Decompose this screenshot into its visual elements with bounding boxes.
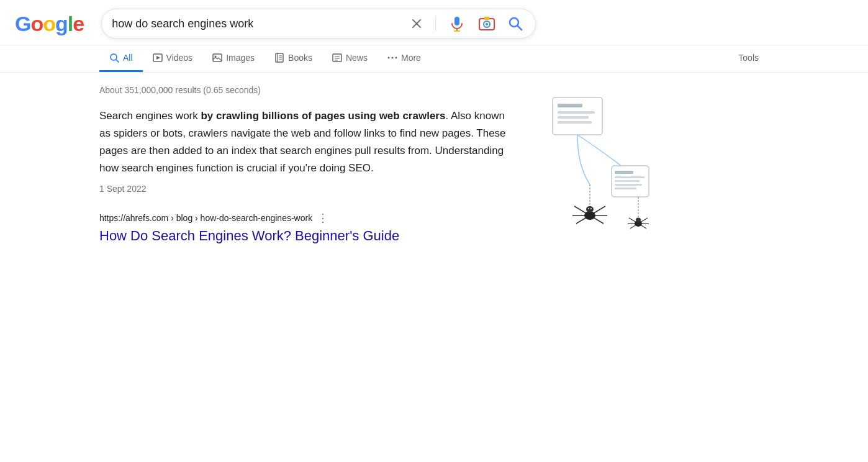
tab-more[interactable]: More	[377, 45, 431, 72]
featured-snippet: Search engines work by crawling billions…	[99, 107, 509, 196]
svg-marker-14	[156, 56, 160, 60]
more-tab-icon	[387, 53, 397, 63]
clear-icon	[410, 17, 423, 30]
result-stats: About 351,000,000 results (0.65 seconds)	[99, 85, 509, 95]
svg-point-49	[590, 208, 592, 209]
logo-letter-e: e	[73, 12, 84, 36]
google-logo[interactable]: Google	[15, 12, 84, 36]
svg-rect-39	[615, 188, 636, 189]
snippet-text-bold: by crawling billions of pages using web …	[201, 110, 445, 122]
search-input[interactable]	[112, 17, 400, 30]
logo-letter-g: G	[15, 12, 30, 36]
svg-point-26	[387, 57, 389, 59]
svg-line-10	[518, 26, 522, 30]
main-content: About 351,000,000 results (0.65 seconds)…	[0, 73, 868, 265]
svg-rect-31	[558, 111, 595, 114]
logo-letter-l: l	[68, 12, 73, 36]
result-url: https://ahrefs.com › blog › how-do-searc…	[99, 213, 312, 223]
search-icon	[508, 16, 523, 31]
tab-videos[interactable]: Videos	[143, 45, 203, 72]
svg-point-28	[395, 57, 397, 59]
svg-rect-37	[615, 180, 640, 182]
spider-crawler-illustration	[540, 91, 652, 265]
right-panel	[534, 85, 658, 265]
books-tab-icon	[274, 53, 284, 63]
lens-button[interactable]	[476, 12, 498, 35]
mic-icon	[448, 15, 466, 32]
snippet-text: Search engines work by crawling billions…	[99, 107, 509, 177]
tab-all[interactable]: All	[99, 45, 143, 72]
svg-rect-36	[615, 176, 644, 178]
results-column: About 351,000,000 results (0.65 seconds)…	[99, 85, 509, 265]
svg-rect-2	[454, 17, 459, 25]
logo-letter-g2: g	[55, 12, 68, 36]
header: Google	[0, 0, 868, 45]
tab-more-label: More	[401, 53, 421, 63]
tab-books[interactable]: Books	[264, 45, 322, 72]
tab-news-label: News	[346, 53, 368, 63]
videos-tab-icon	[153, 53, 163, 63]
result-url-row: https://ahrefs.com › blog › how-do-searc…	[99, 211, 509, 225]
tab-videos-label: Videos	[166, 53, 193, 63]
clear-button[interactable]	[408, 15, 425, 32]
svg-point-46	[584, 211, 595, 220]
tab-images[interactable]: Images	[202, 45, 264, 72]
tab-all-label: All	[123, 53, 133, 63]
tab-books-label: Books	[288, 53, 312, 63]
logo-letter-o2: o	[43, 12, 55, 36]
svg-point-27	[391, 57, 393, 59]
search-bar-divider	[435, 16, 436, 31]
tab-images-label: Images	[226, 53, 255, 63]
news-tab-icon	[332, 53, 342, 63]
search-tabs: All Videos Images	[0, 45, 868, 73]
svg-rect-15	[213, 54, 222, 61]
result-url-menu-icon[interactable]: ⋮	[317, 211, 328, 225]
mic-button[interactable]	[446, 12, 468, 35]
logo-letter-o1: o	[30, 12, 43, 36]
search-bar	[101, 9, 536, 38]
svg-line-12	[116, 60, 119, 62]
svg-rect-33	[558, 121, 592, 124]
tab-news[interactable]: News	[322, 45, 377, 72]
svg-rect-30	[558, 104, 582, 107]
tab-tools-label: Tools	[738, 53, 759, 63]
svg-rect-35	[615, 171, 633, 174]
svg-rect-38	[615, 184, 642, 186]
svg-point-8	[486, 23, 488, 25]
tab-tools[interactable]: Tools	[728, 45, 769, 72]
search-button[interactable]	[505, 14, 525, 34]
snippet-text-before: Search engines work	[99, 110, 201, 122]
snippet-date: 1 Sept 2022	[99, 182, 509, 196]
svg-rect-6	[484, 17, 489, 20]
svg-rect-32	[558, 116, 589, 119]
result-title-link[interactable]: How Do Search Engines Work? Beginner's G…	[99, 228, 399, 243]
svg-point-48	[588, 208, 589, 209]
images-tab-icon	[212, 53, 222, 63]
lens-icon	[478, 15, 495, 32]
all-tab-icon	[109, 53, 119, 63]
